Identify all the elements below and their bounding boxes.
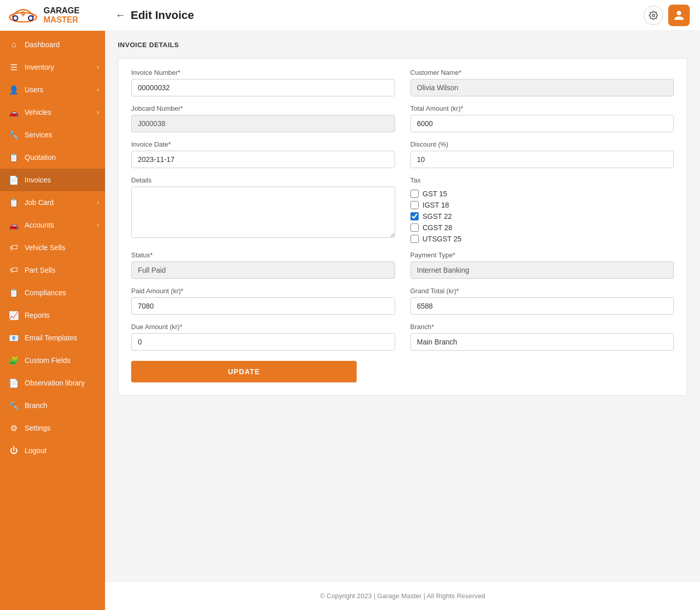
sidebar-item-jobcard[interactable]: 📋 Job Card › bbox=[0, 191, 105, 214]
invoice-date-input[interactable] bbox=[131, 151, 395, 168]
tax-option-cgst28[interactable]: CGST 28 bbox=[410, 223, 674, 232]
email-templates-icon: 📧 bbox=[9, 333, 18, 342]
tax-option-igst18[interactable]: IGST 18 bbox=[410, 201, 674, 209]
sidebar-item-compliances[interactable]: 📋 Compliances bbox=[0, 281, 105, 304]
customer-name-group: Customer Name* bbox=[410, 69, 674, 96]
total-amount-label: Total Amount (kr)* bbox=[410, 105, 674, 112]
jobcard-number-input[interactable] bbox=[131, 115, 395, 132]
topbar: ← Edit Invoice bbox=[105, 0, 700, 31]
main-content: ← Edit Invoice INVOICE DETAILS bbox=[105, 0, 700, 610]
sidebar-label-compliances: Compliances bbox=[25, 289, 66, 297]
user-icon bbox=[673, 10, 685, 21]
total-amount-group: Total Amount (kr)* bbox=[410, 105, 674, 132]
vehicles-icon: 🚗 bbox=[9, 108, 18, 117]
sidebar: GARAGE MASTER ⌂ Dashboard ☰ Inventory › … bbox=[0, 0, 105, 610]
vehicle-sells-icon: 🏷 bbox=[9, 243, 18, 252]
branch-input[interactable] bbox=[410, 333, 674, 351]
sidebar-label-vehicles: Vehicles bbox=[25, 108, 51, 116]
sidebar-item-settings[interactable]: ⚙ Settings bbox=[0, 417, 105, 439]
igst18-checkbox[interactable] bbox=[410, 201, 419, 209]
services-icon: 🔧 bbox=[9, 130, 18, 139]
sidebar-label-email-templates: Email Templates bbox=[25, 334, 77, 342]
sidebar-item-email-templates[interactable]: 📧 Email Templates bbox=[0, 327, 105, 349]
sidebar-item-invoices[interactable]: 📄 Invoices bbox=[0, 169, 105, 191]
chevron-right-icon: › bbox=[97, 86, 99, 93]
jobcard-number-group: Jobcard Number* bbox=[131, 105, 395, 132]
topbar-right bbox=[644, 5, 690, 26]
logo-icon bbox=[8, 6, 38, 25]
logo-text: GARAGE MASTER bbox=[44, 6, 79, 24]
cgst28-label: CGST 28 bbox=[423, 223, 452, 232]
back-button[interactable]: ← bbox=[115, 9, 126, 21]
status-group: Status* bbox=[131, 251, 395, 279]
gst15-checkbox[interactable] bbox=[410, 190, 419, 198]
total-amount-input[interactable] bbox=[410, 115, 674, 132]
tax-option-utsgst25[interactable]: UTSGST 25 bbox=[410, 235, 674, 243]
sidebar-label-users: Users bbox=[25, 86, 44, 94]
grand-total-input[interactable] bbox=[410, 297, 674, 315]
utsgst25-checkbox[interactable] bbox=[410, 235, 419, 243]
sidebar-label-quotation: Quotation bbox=[25, 153, 56, 161]
page-title: Edit Invoice bbox=[131, 9, 194, 22]
settings-icon: ⚙ bbox=[9, 423, 18, 433]
svg-point-5 bbox=[652, 14, 655, 16]
details-input[interactable] bbox=[131, 187, 395, 238]
user-button[interactable] bbox=[668, 5, 690, 26]
dashboard-icon: ⌂ bbox=[9, 40, 18, 49]
part-sells-icon: 🏷 bbox=[9, 266, 18, 275]
inventory-icon: ☰ bbox=[9, 63, 18, 72]
invoice-number-input[interactable] bbox=[131, 79, 395, 96]
sidebar-item-services[interactable]: 🔧 Services bbox=[0, 124, 105, 146]
cgst28-checkbox[interactable] bbox=[410, 223, 419, 232]
sidebar-label-inventory: Inventory bbox=[25, 63, 54, 71]
payment-type-input[interactable] bbox=[410, 261, 674, 279]
sidebar-label-services: Services bbox=[25, 131, 52, 139]
paid-amount-input[interactable] bbox=[131, 297, 395, 315]
section-title: INVOICE DETAILS bbox=[118, 41, 687, 49]
tax-group: Tax GST 15 IGST 18 SGST 22 bbox=[410, 176, 674, 243]
sidebar-item-users[interactable]: 👤 Users › bbox=[0, 78, 105, 101]
sidebar-item-part-sells[interactable]: 🏷 Part Sells bbox=[0, 259, 105, 281]
customer-name-label: Customer Name* bbox=[410, 69, 674, 76]
due-amount-label: Due Amount (kr)* bbox=[131, 323, 395, 331]
settings-button[interactable] bbox=[644, 6, 663, 25]
tax-option-gst15[interactable]: GST 15 bbox=[410, 190, 674, 198]
tax-label: Tax bbox=[410, 176, 674, 184]
sidebar-item-logout[interactable]: ⏻ Logout bbox=[0, 439, 105, 462]
chevron-right-icon: › bbox=[97, 64, 99, 71]
sidebar-item-branch[interactable]: 🔧 Branch bbox=[0, 394, 105, 417]
details-group: Details bbox=[131, 176, 395, 243]
update-button[interactable]: UPDATE bbox=[131, 361, 357, 382]
sidebar-item-dashboard[interactable]: ⌂ Dashboard bbox=[0, 33, 105, 56]
sidebar-item-accounts[interactable]: 🚗 Accounts › bbox=[0, 214, 105, 236]
form-grid: Invoice Number* Customer Name* Jobcard N… bbox=[131, 69, 674, 351]
sidebar-item-quotation[interactable]: 📋 Quotation bbox=[0, 146, 105, 169]
custom-fields-icon: 🧩 bbox=[9, 356, 18, 365]
logo-master: MASTER bbox=[44, 15, 79, 25]
compliances-icon: 📋 bbox=[9, 288, 18, 297]
chevron-right-icon: › bbox=[97, 109, 99, 116]
sidebar-item-vehicle-sells[interactable]: 🏷 Vehicle Sells bbox=[0, 236, 105, 259]
gst15-label: GST 15 bbox=[423, 190, 447, 198]
sidebar-label-branch: Branch bbox=[25, 401, 47, 410]
sidebar-label-custom-fields: Custom Fields bbox=[25, 356, 70, 364]
sidebar-item-vehicles[interactable]: 🚗 Vehicles › bbox=[0, 101, 105, 124]
status-input[interactable] bbox=[131, 261, 395, 279]
sidebar-item-observation-library[interactable]: 📄 Observation library bbox=[0, 372, 105, 394]
topbar-left: ← Edit Invoice bbox=[115, 9, 194, 22]
discount-input[interactable] bbox=[410, 151, 674, 168]
svg-point-1 bbox=[13, 16, 18, 21]
logo: GARAGE MASTER bbox=[0, 0, 105, 31]
customer-name-input[interactable] bbox=[410, 79, 674, 96]
paid-amount-group: Paid Amount (kr)* bbox=[131, 287, 395, 315]
jobcard-icon: 📋 bbox=[9, 198, 18, 207]
details-label: Details bbox=[131, 176, 395, 184]
sidebar-item-custom-fields[interactable]: 🧩 Custom Fields bbox=[0, 349, 105, 372]
tax-option-sgst22[interactable]: SGST 22 bbox=[410, 212, 674, 220]
due-amount-input[interactable] bbox=[131, 333, 395, 351]
sidebar-label-reports: Reports bbox=[25, 311, 50, 319]
sidebar-item-reports[interactable]: 📈 Reports bbox=[0, 304, 105, 327]
sgst22-checkbox[interactable] bbox=[410, 212, 419, 220]
sgst22-label: SGST 22 bbox=[423, 212, 452, 220]
sidebar-item-inventory[interactable]: ☰ Inventory › bbox=[0, 56, 105, 78]
